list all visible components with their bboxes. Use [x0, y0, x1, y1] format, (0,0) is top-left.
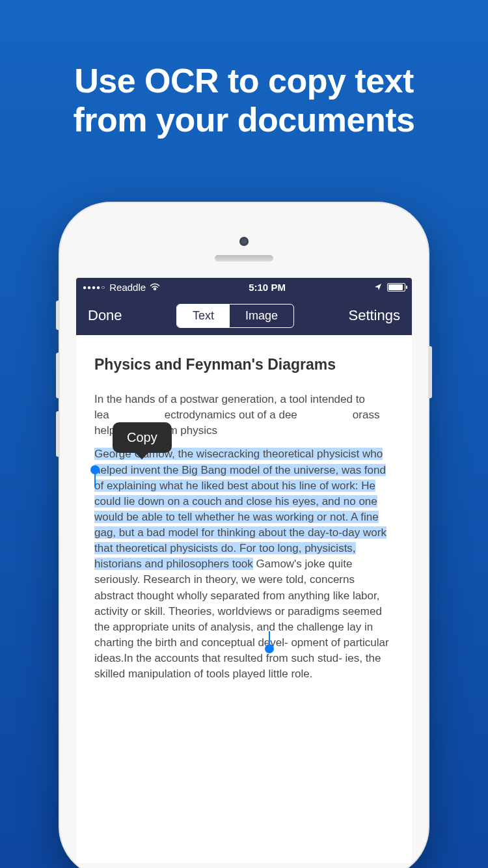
selection-handle-start[interactable]	[90, 465, 100, 474]
volume-down-button	[56, 411, 60, 457]
location-icon	[374, 282, 382, 293]
document-title: Physics and Feynman's Diagrams	[94, 356, 394, 373]
hero-line2: from your documents	[74, 101, 415, 139]
document-view[interactable]: Physics and Feynman's Diagrams In the ha…	[76, 335, 412, 863]
phone-screen: ●●●●○ Readdle 5:10 PM Done Text Image Se…	[76, 278, 412, 863]
hero-line1: Use OCR to copy text	[74, 62, 414, 100]
volume-up-button	[56, 353, 60, 398]
hero-headline: Use OCR to copy text from your documents	[0, 0, 488, 140]
document-body: George Gamow, the wisecracking theoretic…	[94, 446, 394, 682]
status-bar: ●●●●○ Readdle 5:10 PM	[76, 278, 412, 296]
wifi-icon	[150, 282, 160, 293]
segment-text[interactable]: Text	[177, 305, 230, 327]
segmented-control: Text Image	[176, 304, 294, 328]
carrier-label: Readdle	[109, 282, 146, 293]
status-time: 5:10 PM	[249, 282, 286, 293]
selected-text[interactable]: George Gamow, the wisecracking theoretic…	[94, 448, 386, 570]
battery-icon	[387, 283, 405, 292]
phone-top-hardware	[60, 203, 428, 278]
phone-frame: ●●●●○ Readdle 5:10 PM Done Text Image Se…	[59, 202, 429, 868]
status-right	[374, 282, 405, 293]
nav-bar: Done Text Image Settings	[76, 296, 412, 335]
status-left: ●●●●○ Readdle	[83, 282, 160, 293]
copy-popup[interactable]: Copy	[113, 422, 172, 453]
selection-handle-end[interactable]	[265, 644, 274, 653]
done-button[interactable]: Done	[88, 307, 122, 324]
segment-image[interactable]: Image	[230, 305, 293, 327]
signal-dots-icon: ●●●●○	[83, 284, 105, 291]
settings-button[interactable]: Settings	[348, 307, 400, 324]
front-camera-icon	[239, 237, 249, 246]
mute-switch	[56, 301, 60, 330]
intro-mid: ectrodynamics out of a dee	[165, 409, 297, 421]
body-rest: Gamow's joke quite seriously. Research i…	[94, 558, 389, 680]
earpiece-speaker-icon	[215, 255, 273, 262]
power-button	[428, 346, 432, 398]
copy-label: Copy	[127, 430, 157, 444]
